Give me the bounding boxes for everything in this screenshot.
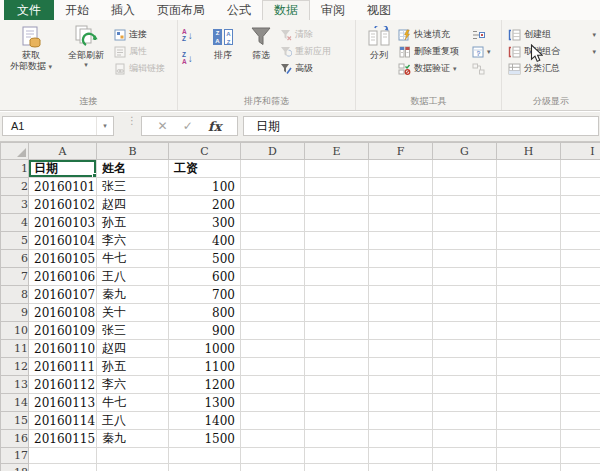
cell-B3[interactable]: 赵四 [97,196,169,214]
row-header-5[interactable]: 5 [1,232,29,250]
cell-E4[interactable] [305,214,369,232]
tab-page-layout[interactable]: 页面布局 [146,0,216,20]
cell-G9[interactable] [433,304,497,322]
cell-E9[interactable] [305,304,369,322]
tab-file[interactable]: 文件 [4,0,54,20]
cell-F8[interactable] [369,286,433,304]
cell-F6[interactable] [369,250,433,268]
cell-H1[interactable] [497,160,561,178]
cell-C8[interactable]: 700 [169,286,241,304]
consolidate-button[interactable] [472,27,498,42]
cell-C17[interactable] [169,448,241,464]
row-header-10[interactable]: 10 [1,322,29,340]
cell-H11[interactable] [497,340,561,358]
cell-G6[interactable] [433,250,497,268]
cell-A1[interactable]: 日期 [29,160,97,178]
cell-C18[interactable] [169,464,241,471]
cell-F14[interactable] [369,394,433,412]
cell-A11[interactable]: 20160110 [29,340,97,358]
data-validation-button[interactable]: 数据验证 ▾ [398,61,472,76]
flash-fill-button[interactable]: 快速填充 [398,27,472,42]
col-header-D[interactable]: D [241,143,305,160]
cell-B7[interactable]: 王八 [97,268,169,286]
cell-B5[interactable]: 李六 [97,232,169,250]
cell-D1[interactable] [241,160,305,178]
refresh-all-button[interactable]: 全部刷新 ▾ [58,20,114,68]
cell-C9[interactable]: 800 [169,304,241,322]
cell-F4[interactable] [369,214,433,232]
cell-I12[interactable] [561,358,600,376]
cell-A15[interactable]: 20160114 [29,412,97,430]
insert-function-icon[interactable]: fx [208,119,221,134]
tab-formulas[interactable]: 公式 [216,0,262,20]
enter-icon[interactable]: ✓ [183,120,193,132]
row-header-4[interactable]: 4 [1,214,29,232]
tab-data[interactable]: 数据 [262,0,310,20]
row-header-6[interactable]: 6 [1,250,29,268]
cell-A13[interactable]: 20160112 [29,376,97,394]
cell-C5[interactable]: 400 [169,232,241,250]
cell-D10[interactable] [241,322,305,340]
row-header-3[interactable]: 3 [1,196,29,214]
select-all-corner[interactable] [1,143,29,160]
cell-F18[interactable] [369,464,433,471]
cell-B6[interactable]: 牛七 [97,250,169,268]
cell-B10[interactable]: 张三 [97,322,169,340]
cell-C14[interactable]: 1300 [169,394,241,412]
row-header-1[interactable]: 1 [1,160,29,178]
name-box[interactable]: A1 ▾ [2,116,114,136]
cell-G17[interactable] [433,448,497,464]
cell-H18[interactable] [497,464,561,471]
cell-I11[interactable] [561,340,600,358]
cell-D18[interactable] [241,464,305,471]
cell-E7[interactable] [305,268,369,286]
cell-B13[interactable]: 李六 [97,376,169,394]
cell-E18[interactable] [305,464,369,471]
cell-C12[interactable]: 1100 [169,358,241,376]
sort-descending-button[interactable]: ZA↓ [182,51,204,66]
advanced-filter-button[interactable]: 高级 [280,61,350,76]
remove-duplicates-button[interactable]: 删除重复项 [398,44,472,59]
cell-C11[interactable]: 1000 [169,340,241,358]
cell-E1[interactable] [305,160,369,178]
cell-D7[interactable] [241,268,305,286]
cell-C1[interactable]: 工资 [169,160,241,178]
cell-A16[interactable]: 20160115 [29,430,97,448]
cell-F1[interactable] [369,160,433,178]
cell-C16[interactable]: 1500 [169,430,241,448]
cell-H16[interactable] [497,430,561,448]
cell-G10[interactable] [433,322,497,340]
row-header-16[interactable]: 16 [1,430,29,448]
get-external-data-button[interactable]: 获取 外部数据 ▾ [4,20,58,72]
cell-A9[interactable]: 20160108 [29,304,97,322]
cell-D13[interactable] [241,376,305,394]
cell-C3[interactable]: 200 [169,196,241,214]
ungroup-button[interactable]: 取消组合 ▾ [508,44,596,59]
cell-E15[interactable] [305,412,369,430]
cell-G16[interactable] [433,430,497,448]
cell-D8[interactable] [241,286,305,304]
cell-H13[interactable] [497,376,561,394]
cell-I9[interactable] [561,304,600,322]
cell-G3[interactable] [433,196,497,214]
cell-E12[interactable] [305,358,369,376]
row-header-11[interactable]: 11 [1,340,29,358]
cell-H17[interactable] [497,448,561,464]
cell-E14[interactable] [305,394,369,412]
col-header-I[interactable]: I [561,143,600,160]
col-header-B[interactable]: B [97,143,169,160]
cell-C6[interactable]: 500 [169,250,241,268]
cell-E10[interactable] [305,322,369,340]
row-header-8[interactable]: 8 [1,286,29,304]
cell-G15[interactable] [433,412,497,430]
text-to-columns-button[interactable]: 分列 [360,20,398,61]
cell-B8[interactable]: 秦九 [97,286,169,304]
cell-D15[interactable] [241,412,305,430]
row-header-13[interactable]: 13 [1,376,29,394]
cell-B12[interactable]: 孙五 [97,358,169,376]
cell-F10[interactable] [369,322,433,340]
cell-A18[interactable] [29,464,97,471]
col-header-A[interactable]: A [29,143,97,160]
create-group-button[interactable]: 创建组 ▾ [508,27,596,42]
cancel-icon[interactable]: ✕ [158,120,168,132]
